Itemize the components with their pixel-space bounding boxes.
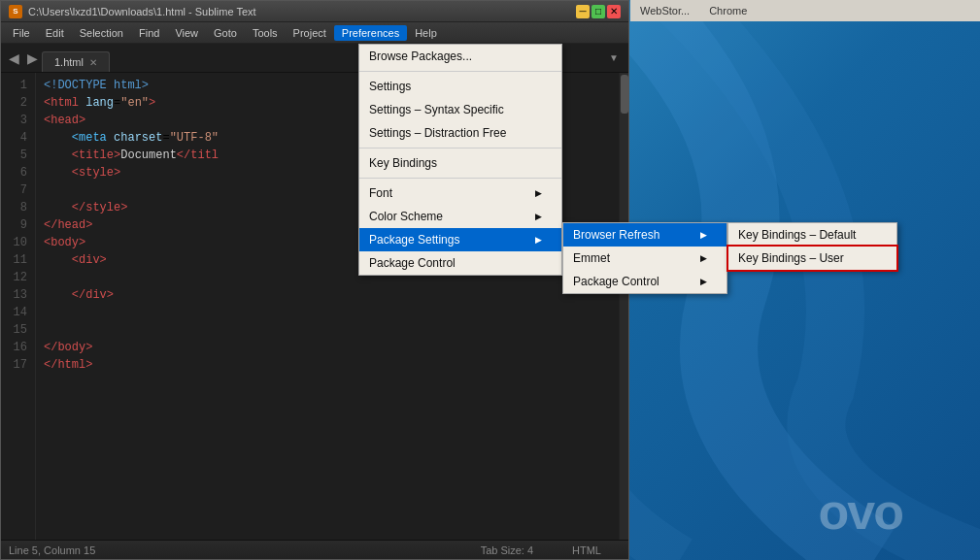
menu-help[interactable]: Help xyxy=(407,25,445,41)
code-line-8: </style> xyxy=(44,199,611,216)
line-num-11: 11 xyxy=(5,251,27,269)
line-num-10: 10 xyxy=(5,234,27,251)
syntax-mode[interactable]: HTML xyxy=(572,544,601,556)
menu-tools[interactable]: Tools xyxy=(245,25,286,41)
window-controls: ─ □ ✕ xyxy=(576,5,621,18)
code-line-11: <div> xyxy=(44,251,611,269)
line-num-7: 7 xyxy=(5,181,27,199)
line-numbers: 1 2 3 4 5 6 7 8 9 10 11 12 13 14 15 16 1… xyxy=(1,73,36,540)
tab-prev-button[interactable]: ◀ xyxy=(5,45,23,72)
code-line-4: <meta charset="UTF-8" xyxy=(44,129,611,147)
close-button[interactable]: ✕ xyxy=(607,5,621,18)
code-line-5: <title>Document</titl xyxy=(44,147,611,164)
line-num-2: 2 xyxy=(5,94,27,112)
line-num-8: 8 xyxy=(5,199,27,216)
line-num-5: 5 xyxy=(5,147,27,164)
menu-project[interactable]: Project xyxy=(286,25,334,41)
line-num-15: 15 xyxy=(5,321,27,339)
menu-file[interactable]: File xyxy=(5,25,38,41)
line-num-17: 17 xyxy=(5,356,27,374)
menu-find[interactable]: Find xyxy=(131,25,167,41)
tab-size[interactable]: Tab Size: 4 xyxy=(481,544,533,556)
status-bar: Line 5, Column 15 Tab Size: 4 HTML xyxy=(1,540,628,559)
tab-bar: ◀ ▶ 1.html ✕ ▼ xyxy=(1,44,628,73)
menu-view[interactable]: View xyxy=(167,25,206,41)
code-line-12 xyxy=(44,269,611,286)
code-line-2: <html lang="en"> xyxy=(44,94,611,112)
title-bar: S C:\Users\lxzd1\Downloads\1.html - Subl… xyxy=(1,1,628,22)
code-line-10: <body> xyxy=(44,234,611,251)
tab-close-button[interactable]: ✕ xyxy=(89,57,97,68)
tab-label: 1.html xyxy=(54,56,84,68)
taskbar-area: WebStor... Chrome xyxy=(630,0,980,21)
code-line-14 xyxy=(44,304,611,321)
tab-dropdown-button[interactable]: ▼ xyxy=(603,45,625,72)
menu-edit[interactable]: Edit xyxy=(38,25,72,41)
scrollbar-thumb[interactable] xyxy=(621,75,628,114)
line-num-6: 6 xyxy=(5,164,27,181)
line-num-16: 16 xyxy=(5,339,27,356)
menu-goto[interactable]: Goto xyxy=(206,25,245,41)
window-title: C:\Users\lxzd1\Downloads\1.html - Sublim… xyxy=(28,6,576,17)
code-line-13: </div> xyxy=(44,286,611,304)
app-icon: S xyxy=(9,5,22,18)
editor-area: 1 2 3 4 5 6 7 8 9 10 11 12 13 14 15 16 1… xyxy=(1,73,628,540)
line-num-12: 12 xyxy=(5,269,27,286)
code-line-15 xyxy=(44,321,611,339)
line-num-1: 1 xyxy=(5,77,27,94)
lenovo-logo: ovo xyxy=(819,482,902,541)
status-right: Tab Size: 4 HTML xyxy=(481,544,621,556)
code-line-17: </html> xyxy=(44,356,611,374)
line-num-13: 13 xyxy=(5,286,27,304)
line-num-4: 4 xyxy=(5,129,27,147)
line-num-3: 3 xyxy=(5,112,27,129)
maximize-button[interactable]: □ xyxy=(591,5,605,18)
scrollbar[interactable] xyxy=(619,73,628,540)
taskbar-item-2[interactable]: Chrome xyxy=(709,5,747,16)
line-num-9: 9 xyxy=(5,216,27,234)
minimize-button[interactable]: ─ xyxy=(576,5,590,18)
cursor-position: Line 5, Column 15 xyxy=(9,544,95,556)
code-line-3: <head> xyxy=(44,112,611,129)
menu-selection[interactable]: Selection xyxy=(72,25,131,41)
code-line-1: <!DOCTYPE html> xyxy=(44,77,611,94)
menu-bar: File Edit Selection Find View Goto Tools… xyxy=(1,22,628,44)
tab-1html[interactable]: 1.html ✕ xyxy=(42,51,110,72)
code-line-16: </body> xyxy=(44,339,611,356)
code-line-6: <style> xyxy=(44,164,611,181)
sublime-text-window: S C:\Users\lxzd1\Downloads\1.html - Subl… xyxy=(0,0,629,560)
tab-next-button[interactable]: ▶ xyxy=(23,45,42,72)
code-editor[interactable]: <!DOCTYPE html> <html lang="en"> <head> … xyxy=(36,73,619,540)
line-num-14: 14 xyxy=(5,304,27,321)
code-line-9: </head> xyxy=(44,216,611,234)
menu-preferences[interactable]: Preferences xyxy=(334,25,407,41)
code-line-7 xyxy=(44,181,611,199)
taskbar-item-1[interactable]: WebStor... xyxy=(640,5,690,16)
